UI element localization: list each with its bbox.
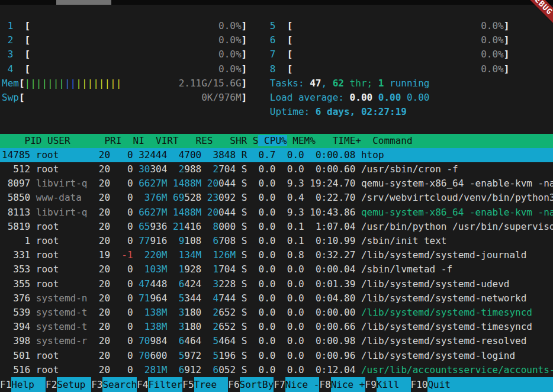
process-row-text: 376 systemd-n 20 0 71964 5344 4744 S 0.0… [2,291,526,306]
process-row-376[interactable]: 376 systemd-n 20 0 71964 5344 4744 S 0.0… [0,291,553,306]
column-header-pri: PRI [99,135,122,146]
memory-meter: Mem[||||||||||||||||| 2.11G/15.6G] [2,76,247,91]
process-row-5819[interactable]: 5819 root 20 0 65936 21416 8000 S 0.0 0.… [0,220,553,234]
fkey-label: F10 [411,377,428,392]
cpu-meter-6: 6 [ 0.0%] [270,33,510,47]
process-row-8113[interactable]: 8113 libvirt-q 20 0 6627M 1488M 20044 S … [0,205,553,220]
cpu-meter-7: 7 [ 0.0%] [270,47,510,62]
process-row-text: 512 root 20 0 30304 2988 2704 S 0.0 0.0 … [2,162,458,176]
cpu-meter-3: 3 [ 0.0%] [2,47,247,62]
fkey-action-label: Filter [148,377,182,392]
process-row-1[interactable]: 1 root 20 0 77916 9108 6708 S 0.0 0.1 0:… [0,234,553,248]
column-header-pid: PID [2,135,41,146]
column-header-s: S [247,135,258,146]
process-row-text: 539 systemd-t 20 0 138M 3180 2652 S 0.0 … [2,306,532,320]
fkey-action-label: Setup [57,377,91,392]
uptime: Uptime: 6 days, 02:27:19 [270,105,407,119]
process-row-text: 353 root 20 0 103M 1928 1704 S 0.0 0.0 0… [2,262,452,277]
cpu-meter-1: 1 [ 0.0%] [2,19,247,33]
fkey-label: F8 [319,377,330,392]
process-row-331[interactable]: 331 root 19 -1 220M 134M 126M S 0.0 0.8 … [0,248,553,262]
column-header-res: RES [179,135,213,146]
fkey-action-label: SortBy [240,377,274,392]
process-row-text: 398 systemd-r 20 0 70984 6464 5464 S 0.0… [2,334,526,348]
fkey-label: F5 [182,377,194,392]
column-header-mem%: MEM% [287,135,316,146]
cpu-meter-4: 4 [ 0.0%] [2,62,247,76]
fkey-label: F9 [365,377,377,392]
column-header-ni: NI [121,135,144,146]
fkey-action-label: Nice + [331,377,365,392]
fkey-f1-help[interactable]: F1Help [0,377,46,392]
window-tab-fragment [56,0,111,5]
fkey-action-label: Tree [194,377,229,392]
fkey-action-label: Help [11,377,46,392]
cpu-meter-2: 2 [ 0.0%] [2,33,247,47]
tasks-summary: Tasks: 47, 62 thr; 1 running [270,76,430,91]
process-row-8097[interactable]: 8097 libvirt-q 20 0 6627M 1488M 20044 S … [0,176,553,191]
process-row-text: 8097 libvirt-q 20 0 6627M 1488M 20044 S … [2,176,553,191]
fkey-label: F1 [0,377,11,392]
fkey-f6-sortby[interactable]: F6SortBy [228,377,274,392]
column-header-virt: VIRT [144,135,179,146]
fkey-action-label: Search [102,377,137,392]
column-header-command: Command [367,135,413,146]
window-top-strip [0,0,553,5]
function-key-bar: F1Help F2Setup F3SearchF4FilterF5Tree F6… [0,377,553,392]
process-row-5850[interactable]: 5850 www-data 20 0 376M 69528 23092 S 0.… [0,191,553,205]
process-row-14785[interactable]: 14785 root 20 0 32444 4700 3848 R 0.7 0.… [0,148,553,162]
process-row-512[interactable]: 512 root 20 0 30304 2988 2704 S 0.0 0.0 … [0,162,553,176]
process-row-501[interactable]: 501 root 20 0 70600 5972 5196 S 0.0 0.0 … [0,349,553,363]
fkey-f3-search[interactable]: F3Search [91,377,137,392]
process-row-text: 501 root 20 0 70600 5972 5196 S 0.0 0.0 … [2,349,515,363]
process-row-text: 14785 root 20 0 32444 4700 3848 R 0.7 0.… [2,148,384,162]
debug-ribbon: DEBUG [509,0,553,44]
column-header-shr: SHR [213,135,247,146]
process-row-text: 1 root 20 0 77916 9108 6708 S 0.0 0.1 0:… [2,234,446,248]
fkey-f9-kill[interactable]: F9Kill [365,377,411,392]
fkey-f10-quit[interactable]: F10Quit [411,377,553,392]
process-row-text: 516 root 20 0 281M 6912 6052 S 0.0 0.0 0… [2,363,553,377]
process-row-355[interactable]: 355 root 20 0 47448 6424 3228 S 0.0 0.0 … [0,277,553,291]
process-row-text: 355 root 20 0 47448 6424 3228 S 0.0 0.0 … [2,277,509,291]
process-row-text: 331 root 19 -1 220M 134M 126M S 0.0 0.8 … [2,248,526,262]
fkey-label: F7 [274,377,285,392]
fkey-action-label: Nice - [285,377,320,392]
process-row-353[interactable]: 353 root 20 0 103M 1928 1704 S 0.0 0.0 0… [0,262,553,277]
cpu-meter-5: 5 [ 0.0%] [270,19,510,33]
fkey-f4-filter[interactable]: F4Filter [137,377,182,392]
fkey-label: F6 [228,377,239,392]
fkey-f8-nice-[interactable]: F8Nice + [319,377,365,392]
column-header-cpu%: CPU% [258,135,287,146]
fkey-action-label: Kill [377,377,411,392]
debug-ribbon-label: DEBUG [509,0,553,39]
fkey-label: F3 [91,377,102,392]
fkey-f7-nice-[interactable]: F7Nice - [274,377,319,392]
column-header-user: USER [41,135,98,146]
process-row-394[interactable]: 394 systemd-t 20 0 138M 3180 2652 S 0.0 … [0,320,553,334]
load-average: Load average: 0.00 0.00 0.00 [270,91,430,105]
process-row-398[interactable]: 398 systemd-r 20 0 70984 6464 5464 S 0.0… [0,334,553,348]
process-row-539[interactable]: 539 systemd-t 20 0 138M 3180 2652 S 0.0 … [0,306,553,320]
fkey-label: F4 [137,377,148,392]
process-row-text: 5850 www-data 20 0 376M 69528 23092 S 0.… [2,191,553,205]
fkey-f5-tree[interactable]: F5Tree [182,377,228,392]
swap-meter: Swp[ 0K/976M] [2,91,247,105]
process-row-text: 394 systemd-t 20 0 138M 3180 2652 S 0.0 … [2,320,532,334]
process-row-text: 8113 libvirt-q 20 0 6627M 1488M 20044 S … [2,205,553,220]
cpu-meter-8: 8 [ 0.0%] [270,62,510,76]
fkey-action-label: Quit [427,377,553,392]
column-header-time+: TIME+ [316,135,367,146]
fkey-label: F2 [46,377,57,392]
table-header-row[interactable]: PID USER PRI NI VIRT RES SHR S CPU% MEM%… [2,134,413,148]
fkey-f2-setup[interactable]: F2Setup [46,377,91,392]
process-row-516[interactable]: 516 root 20 0 281M 6912 6052 S 0.0 0.0 0… [0,363,553,377]
process-row-text: 5819 root 20 0 65936 21416 8000 S 0.0 0.… [2,220,553,234]
